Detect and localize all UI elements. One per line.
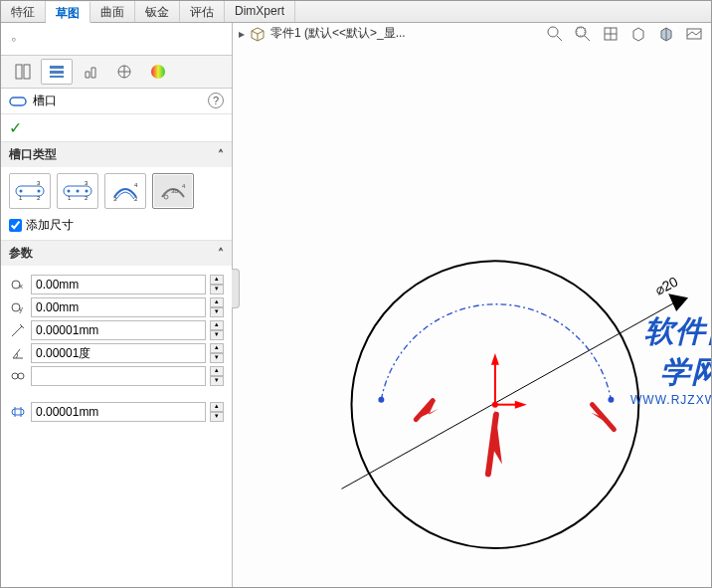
add-dimension-checkbox-row[interactable]: 添加尺寸 xyxy=(9,217,224,234)
param-cy-row: y ▴▾ xyxy=(9,297,224,317)
section-slot-type-header[interactable]: 槽口类型 ˄ xyxy=(1,142,232,167)
ptab-appearance-icon[interactable] xyxy=(142,59,174,85)
ptab-property-icon[interactable] xyxy=(41,59,73,85)
svg-rect-0 xyxy=(16,65,22,79)
arc-endpoint[interactable] xyxy=(378,397,384,403)
svg-line-39 xyxy=(557,36,562,41)
slot-straight-2[interactable]: 123 xyxy=(57,173,98,209)
angle-icon xyxy=(9,344,27,362)
spin-down[interactable]: ▾ xyxy=(210,412,224,422)
slot-type-grid: 123 123 324 3D4 xyxy=(9,173,224,209)
slot-straight-1[interactable]: 123 xyxy=(9,173,51,209)
spin-down[interactable]: ▾ xyxy=(210,376,224,386)
section-params-header[interactable]: 参数 ˄ xyxy=(1,241,232,266)
link-icon xyxy=(9,367,27,385)
feature-tabs: 特征 草图 曲面 钣金 评估 DimXpert xyxy=(1,1,711,23)
chevron-up-icon: ˄ xyxy=(218,148,224,162)
param-angle-input[interactable] xyxy=(31,343,206,363)
panel-placeholder-icon: ◦ xyxy=(1,23,232,55)
svg-line-41 xyxy=(585,36,590,41)
spin-up[interactable]: ▴ xyxy=(210,297,224,307)
tab-sheetmetal[interactable]: 钣金 xyxy=(135,1,180,22)
param-cy-input[interactable] xyxy=(31,297,206,317)
svg-text:3D: 3D xyxy=(171,188,179,194)
breadcrumb-text: 零件1 (默认<<默认>_显... xyxy=(270,25,406,42)
help-button[interactable]: ? xyxy=(208,93,224,108)
param-link-input[interactable] xyxy=(31,366,206,386)
arc-endpoint[interactable] xyxy=(608,397,614,403)
tab-sketch[interactable]: 草图 xyxy=(46,2,90,23)
svg-point-11 xyxy=(20,190,23,193)
cy-icon: y xyxy=(9,298,27,316)
tab-evaluate[interactable]: 评估 xyxy=(180,1,225,22)
expand-icon[interactable]: ▸ xyxy=(239,27,245,41)
breadcrumb[interactable]: ▸ 零件1 (默认<<默认>_显... xyxy=(239,25,406,42)
slot-icon xyxy=(9,95,27,108)
spin-down[interactable]: ▾ xyxy=(210,285,224,294)
panel-collapse-handle[interactable] xyxy=(232,269,240,308)
sketch-canvas[interactable]: ⌀20 xyxy=(233,47,711,587)
add-dimension-label: 添加尺寸 xyxy=(26,217,74,234)
spin-up[interactable]: ▴ xyxy=(210,275,224,285)
spin-down[interactable]: ▾ xyxy=(210,353,224,363)
svg-point-8 xyxy=(151,65,165,79)
panel-mini-tabs xyxy=(1,55,232,89)
svg-rect-42 xyxy=(577,28,585,36)
ptab-feature-tree-icon[interactable] xyxy=(7,59,39,85)
svg-text:y: y xyxy=(19,304,23,313)
param-width-row: ▴▾ xyxy=(9,402,224,422)
param-r1-input[interactable] xyxy=(31,320,206,340)
chevron-up-icon: ˄ xyxy=(218,247,224,261)
width-icon xyxy=(9,403,27,421)
zoom-fit-icon[interactable] xyxy=(544,23,566,45)
graphics-area[interactable]: ▸ 零件1 (默认<<默认>_显... ⌀20 xyxy=(233,23,711,587)
view-toolbar xyxy=(544,23,705,45)
svg-rect-9 xyxy=(10,98,26,105)
confirm-button[interactable]: ✓ xyxy=(1,114,232,141)
param-width-input[interactable] xyxy=(31,402,206,422)
svg-rect-2 xyxy=(50,66,64,69)
param-link-row: ▴▾ xyxy=(9,366,224,386)
spin-up[interactable]: ▴ xyxy=(210,343,224,353)
svg-point-19 xyxy=(86,190,89,193)
spin-up[interactable]: ▴ xyxy=(210,366,224,376)
command-header: 槽口 ? xyxy=(1,89,232,114)
param-r1-row: ▴▾ xyxy=(9,320,224,340)
property-panel: ◦ 槽口 ? xyxy=(1,23,233,587)
svg-point-28 xyxy=(164,195,168,199)
param-angle-row: ▴▾ xyxy=(9,343,224,363)
spin-down[interactable]: ▾ xyxy=(210,330,224,340)
svg-rect-3 xyxy=(50,71,64,74)
tab-dimxpert[interactable]: DimXpert xyxy=(225,1,295,22)
svg-point-17 xyxy=(68,190,71,193)
view-orient-icon[interactable] xyxy=(600,23,622,45)
display-style-icon[interactable] xyxy=(627,23,649,45)
add-dimension-checkbox[interactable] xyxy=(9,219,22,232)
ptab-dim-icon[interactable] xyxy=(108,59,140,85)
spin-up[interactable]: ▴ xyxy=(210,402,224,412)
radius-icon xyxy=(9,321,27,339)
spin-down[interactable]: ▾ xyxy=(210,307,224,317)
svg-text:4: 4 xyxy=(134,182,138,188)
param-cx-input[interactable] xyxy=(31,275,206,294)
zoom-area-icon[interactable] xyxy=(572,23,594,45)
slot-arc-center[interactable]: 3D4 xyxy=(152,173,194,209)
slot-arc-3pt[interactable]: 324 xyxy=(104,173,146,209)
section-view-icon[interactable] xyxy=(655,23,677,45)
svg-point-38 xyxy=(548,27,558,37)
svg-point-33 xyxy=(12,373,18,379)
svg-text:3: 3 xyxy=(37,180,41,186)
param-cx-row: x ▴▾ xyxy=(9,275,224,294)
spin-up[interactable]: ▴ xyxy=(210,320,224,330)
scene-icon[interactable] xyxy=(683,23,705,45)
svg-point-18 xyxy=(77,190,80,193)
section-params-title: 参数 xyxy=(9,245,33,262)
command-title: 槽口 xyxy=(33,93,57,109)
section-slot-type-title: 槽口类型 xyxy=(9,146,57,163)
tab-feature[interactable]: 特征 xyxy=(1,1,46,22)
svg-point-34 xyxy=(18,373,24,379)
tab-surface[interactable]: 曲面 xyxy=(90,1,135,22)
params-body: x ▴▾ y ▴▾ ▴▾ xyxy=(1,266,232,431)
svg-point-12 xyxy=(38,190,41,193)
ptab-config-icon[interactable] xyxy=(75,59,106,85)
